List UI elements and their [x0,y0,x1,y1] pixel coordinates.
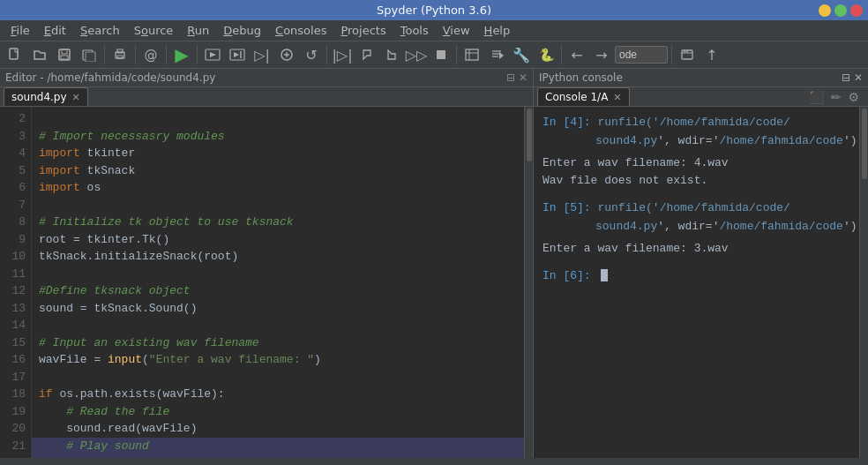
code-line-5: import tkSnack [39,162,517,180]
menu-search[interactable]: Search [73,22,127,39]
back-button[interactable]: ← [565,43,588,66]
editor-tab-close-icon[interactable]: ✕ [72,92,80,103]
ln-16: 16 [7,351,26,369]
python-button[interactable]: 🐍 [535,43,557,66]
console-output-4-1: Enter a wav filename: 4.wav [542,154,859,173]
console-body[interactable]: In [4]: runfile('/home/fahmida/code/ sou… [534,107,868,458]
debug-into-button[interactable] [355,43,378,66]
window-title: Spyder (Python 3.6) [377,4,491,17]
editor-scrollbar[interactable] [524,107,533,458]
debug-run-button[interactable] [275,43,298,66]
editor-scroll-thumb[interactable] [527,109,532,161]
code-content[interactable]: # Import necessasry modulesimport tkinte… [32,107,524,458]
menu-debug[interactable]: Debug [216,22,268,39]
run-button[interactable]: ▶ [170,43,193,66]
debug-continue-button[interactable]: ▷▷ [405,43,428,66]
toolbar-sep-7 [561,45,562,64]
toolbar-sep-5 [326,45,327,64]
debug-out-button[interactable] [380,43,403,66]
menu-projects[interactable]: Projects [333,22,393,39]
debug-stop-button[interactable] [430,43,453,66]
console-spacer-1 [542,191,859,199]
menu-bar: File Edit Search Source Run Debug Consol… [0,20,868,41]
toolbar-sep-6 [456,45,457,64]
save-all-button[interactable] [78,43,101,66]
console-minimize-icon[interactable]: ⊟ [842,71,850,84]
nav-input[interactable] [615,46,668,64]
tools-button[interactable]: 🔧 [510,43,533,66]
console-prompt-4: In [4]: [542,116,591,129]
console-tab-close-icon[interactable]: ✕ [613,92,621,103]
ln-17: 17 [7,369,26,386]
code-line-18: if os.path.exists(wavFile): [39,386,517,403]
at-button[interactable]: @ [139,43,162,66]
print-button[interactable] [108,43,131,66]
console-header: IPython console ⊟ ✕ [534,69,868,87]
ln-7: 7 [7,197,26,214]
menu-consoles[interactable]: Consoles [268,22,333,39]
code-line-6: import os [39,179,517,197]
menu-view[interactable]: View [436,22,477,39]
console-tab-1a[interactable]: Console 1/A ✕ [537,87,630,106]
console-tab-label: Console 1/A [545,91,608,103]
svg-rect-3 [61,56,68,59]
svg-point-23 [684,51,685,53]
maximize-button[interactable] [834,4,847,17]
ln-15: 15 [7,334,26,352]
code-line-9: root = tkinter.Tk() [39,231,517,249]
menu-help[interactable]: Help [477,22,518,39]
run-cell-button[interactable] [201,43,224,66]
ln-12: 12 [7,282,26,300]
console-settings-icon[interactable]: ✏ [829,88,843,106]
new-file-button[interactable] [4,43,26,66]
debug-step-button[interactable]: |▷| [331,43,354,66]
minimize-button[interactable] [819,4,831,17]
ln-4: 4 [7,145,26,162]
var-explorer-button[interactable] [485,43,508,66]
code-line-4: import tkinter [39,145,517,162]
menu-edit[interactable]: Edit [37,22,73,39]
menu-tools[interactable]: Tools [393,22,436,39]
console-entry-6: In [6]: [542,267,859,286]
open-file-button[interactable] [28,43,51,66]
reload-button[interactable]: ↺ [300,43,323,66]
forward-button[interactable]: → [590,43,613,66]
inspect-button[interactable] [460,43,483,66]
console-scrollbar[interactable] [859,107,868,458]
editor-pane: Editor - /home/fahmida/code/sound4.py ⊟ … [0,69,534,458]
code-line-3: # Import necessasry modules [39,128,517,146]
code-line-10: tkSnack.initializeSnack(root) [39,248,517,266]
code-line-16: wavFile = input("Enter a wav filename: "… [39,351,517,369]
console-entry-5: In [5]: runfile('/home/fahmida/code/ sou… [542,199,859,258]
console-output-4: Enter a wav filename: 4.wav Wav file doe… [542,154,859,191]
menu-run[interactable]: Run [180,22,216,39]
console-scroll-thumb[interactable] [862,109,867,179]
svg-rect-5 [86,52,95,62]
menu-source[interactable]: Source [127,22,181,39]
step-button[interactable]: ▷| [251,43,273,66]
close-button[interactable] [850,4,863,17]
menu-file[interactable]: File [4,22,37,39]
up-button[interactable]: ↑ [700,43,723,66]
svg-point-24 [686,51,688,53]
console-gear-icon[interactable]: ⚙ [846,88,861,106]
code-line-7 [39,197,517,214]
console-close-icon[interactable]: ✕ [854,71,863,84]
code-line-13: sound = tkSnack.Sound() [39,300,517,318]
code-area[interactable]: 2 3 4 5 6 7 8 9 10 11 12 13 14 15 16 17 … [0,107,533,458]
run-cell-next-button[interactable] [226,43,249,66]
ln-11: 11 [7,266,26,283]
code-line-17 [39,369,517,386]
code-line-2 [39,110,517,128]
svg-marker-12 [234,52,239,57]
window-controls [819,4,863,17]
console-options-icon[interactable]: ⬛ [807,88,826,106]
browse-button[interactable] [676,43,699,66]
editor-tab-sound4[interactable]: sound4.py ✕ [4,87,88,106]
main-area: Editor - /home/fahmida/code/sound4.py ⊟ … [0,69,868,458]
save-file-button[interactable] [53,43,76,66]
editor-close-icon[interactable]: ✕ [519,71,528,84]
console-code-5: runfile('/home/fahmida/code/ [597,201,789,214]
code-line-19: # Read the file [39,403,517,421]
editor-minimize-icon[interactable]: ⊟ [506,71,515,84]
